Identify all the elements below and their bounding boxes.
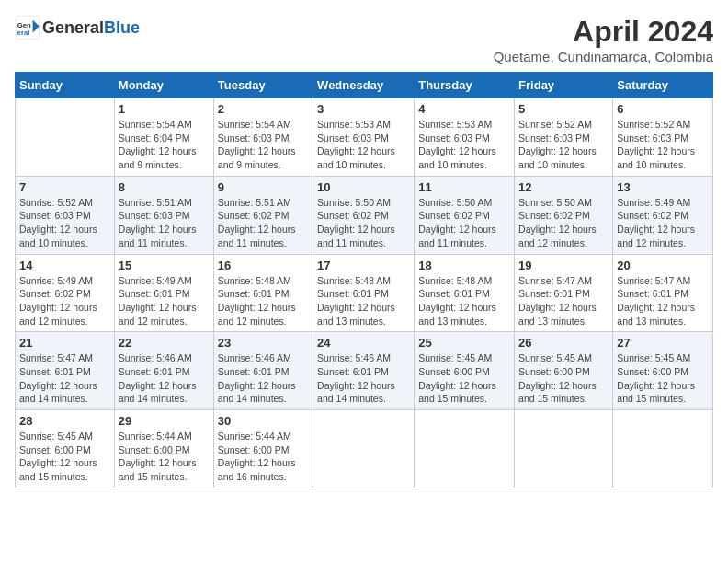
day-info: Sunrise: 5:52 AMSunset: 6:03 PMDaylight:… — [617, 118, 709, 172]
day-number: 19 — [518, 259, 609, 272]
day-cell: 18Sunrise: 5:48 AMSunset: 6:01 PMDayligh… — [415, 254, 515, 332]
header-day-tuesday: Tuesday — [213, 73, 313, 98]
location-title: Quetame, Cundinamarca, Colombia — [494, 49, 713, 64]
header-day-monday: Monday — [114, 73, 213, 98]
day-info: Sunrise: 5:53 AMSunset: 6:03 PMDaylight:… — [418, 118, 510, 172]
day-number: 30 — [218, 414, 309, 428]
day-cell: 17Sunrise: 5:48 AMSunset: 6:01 PMDayligh… — [313, 254, 415, 332]
day-info: Sunrise: 5:48 AMSunset: 6:01 PMDaylight:… — [418, 274, 510, 328]
week-row-2: 7Sunrise: 5:52 AMSunset: 6:03 PMDaylight… — [16, 176, 713, 254]
day-number: 18 — [418, 259, 510, 272]
day-info: Sunrise: 5:47 AMSunset: 6:01 PMDaylight:… — [617, 274, 709, 328]
day-cell: 9Sunrise: 5:51 AMSunset: 6:02 PMDaylight… — [213, 176, 313, 254]
day-info: Sunrise: 5:50 AMSunset: 6:02 PMDaylight:… — [418, 196, 510, 250]
day-number: 11 — [418, 180, 510, 194]
logo-text-blue: Blue — [104, 18, 140, 37]
day-cell: 16Sunrise: 5:48 AMSunset: 6:01 PMDayligh… — [213, 254, 313, 332]
day-number: 22 — [119, 336, 210, 350]
day-info: Sunrise: 5:44 AMSunset: 6:00 PMDaylight:… — [119, 430, 210, 484]
day-info: Sunrise: 5:53 AMSunset: 6:03 PMDaylight:… — [317, 118, 410, 172]
day-cell: 29Sunrise: 5:44 AMSunset: 6:00 PMDayligh… — [114, 410, 213, 488]
day-cell: 6Sunrise: 5:52 AMSunset: 6:03 PMDaylight… — [613, 98, 713, 177]
day-number: 17 — [317, 259, 410, 272]
day-info: Sunrise: 5:52 AMSunset: 6:03 PMDaylight:… — [518, 118, 609, 172]
day-number: 24 — [317, 336, 410, 350]
svg-text:eral: eral — [17, 29, 30, 37]
day-number: 13 — [617, 180, 709, 194]
day-info: Sunrise: 5:51 AMSunset: 6:03 PMDaylight:… — [119, 196, 210, 250]
day-cell: 30Sunrise: 5:44 AMSunset: 6:00 PMDayligh… — [213, 410, 313, 488]
day-number: 23 — [218, 336, 309, 350]
header: Gen eral GeneralBlue April 2024 Quetame,… — [15, 15, 713, 64]
header-day-thursday: Thursday — [415, 73, 515, 98]
week-row-3: 14Sunrise: 5:49 AMSunset: 6:02 PMDayligh… — [16, 254, 713, 332]
day-cell — [16, 98, 115, 177]
day-cell — [313, 410, 415, 488]
logo: Gen eral GeneralBlue — [15, 15, 140, 40]
header-day-saturday: Saturday — [613, 73, 713, 98]
day-number: 1 — [119, 102, 210, 116]
day-cell: 7Sunrise: 5:52 AMSunset: 6:03 PMDaylight… — [16, 176, 115, 254]
day-cell: 20Sunrise: 5:47 AMSunset: 6:01 PMDayligh… — [613, 254, 713, 332]
day-cell: 19Sunrise: 5:47 AMSunset: 6:01 PMDayligh… — [515, 254, 613, 332]
day-cell: 13Sunrise: 5:49 AMSunset: 6:02 PMDayligh… — [613, 176, 713, 254]
calendar-header-row: SundayMondayTuesdayWednesdayThursdayFrid… — [16, 73, 713, 98]
day-cell: 1Sunrise: 5:54 AMSunset: 6:04 PMDaylight… — [114, 98, 213, 177]
day-number: 26 — [518, 336, 609, 350]
day-number: 28 — [19, 414, 110, 428]
day-cell: 4Sunrise: 5:53 AMSunset: 6:03 PMDaylight… — [415, 98, 515, 177]
day-number: 9 — [218, 180, 309, 194]
day-number: 5 — [518, 102, 609, 116]
day-cell: 27Sunrise: 5:45 AMSunset: 6:00 PMDayligh… — [613, 332, 713, 410]
day-cell: 8Sunrise: 5:51 AMSunset: 6:03 PMDaylight… — [114, 176, 213, 254]
day-cell — [613, 410, 713, 488]
day-number: 6 — [617, 102, 709, 116]
day-cell: 21Sunrise: 5:47 AMSunset: 6:01 PMDayligh… — [16, 332, 115, 410]
day-cell: 22Sunrise: 5:46 AMSunset: 6:01 PMDayligh… — [114, 332, 213, 410]
day-cell: 26Sunrise: 5:45 AMSunset: 6:00 PMDayligh… — [515, 332, 613, 410]
day-number: 15 — [119, 259, 210, 272]
day-info: Sunrise: 5:49 AMSunset: 6:01 PMDaylight:… — [119, 274, 210, 328]
day-info: Sunrise: 5:51 AMSunset: 6:02 PMDaylight:… — [218, 196, 309, 250]
logo-text-general: General — [42, 18, 104, 37]
day-cell: 23Sunrise: 5:46 AMSunset: 6:01 PMDayligh… — [213, 332, 313, 410]
title-area: April 2024 Quetame, Cundinamarca, Colomb… — [494, 15, 713, 64]
day-number: 2 — [218, 102, 309, 116]
week-row-5: 28Sunrise: 5:45 AMSunset: 6:00 PMDayligh… — [16, 410, 713, 488]
day-info: Sunrise: 5:54 AMSunset: 6:03 PMDaylight:… — [218, 118, 309, 172]
header-day-friday: Friday — [515, 73, 613, 98]
day-number: 14 — [19, 259, 110, 272]
day-info: Sunrise: 5:46 AMSunset: 6:01 PMDaylight:… — [317, 351, 410, 406]
calendar-body: 1Sunrise: 5:54 AMSunset: 6:04 PMDaylight… — [16, 98, 713, 488]
header-day-sunday: Sunday — [16, 73, 115, 98]
day-number: 16 — [218, 259, 309, 272]
day-number: 21 — [19, 336, 110, 350]
day-cell: 3Sunrise: 5:53 AMSunset: 6:03 PMDaylight… — [313, 98, 415, 177]
day-cell: 14Sunrise: 5:49 AMSunset: 6:02 PMDayligh… — [16, 254, 115, 332]
day-number: 7 — [19, 180, 110, 194]
day-info: Sunrise: 5:45 AMSunset: 6:00 PMDaylight:… — [19, 430, 110, 484]
day-info: Sunrise: 5:44 AMSunset: 6:00 PMDaylight:… — [218, 430, 309, 484]
day-info: Sunrise: 5:50 AMSunset: 6:02 PMDaylight:… — [518, 196, 609, 250]
day-info: Sunrise: 5:52 AMSunset: 6:03 PMDaylight:… — [19, 196, 110, 250]
day-cell: 10Sunrise: 5:50 AMSunset: 6:02 PMDayligh… — [313, 176, 415, 254]
svg-text:Gen: Gen — [17, 21, 31, 29]
day-number: 20 — [617, 259, 709, 272]
logo-icon: Gen eral — [15, 15, 40, 40]
day-cell: 15Sunrise: 5:49 AMSunset: 6:01 PMDayligh… — [114, 254, 213, 332]
day-number: 8 — [119, 180, 210, 194]
calendar-table: SundayMondayTuesdayWednesdayThursdayFrid… — [15, 72, 713, 488]
week-row-1: 1Sunrise: 5:54 AMSunset: 6:04 PMDaylight… — [16, 98, 713, 177]
day-info: Sunrise: 5:49 AMSunset: 6:02 PMDaylight:… — [19, 274, 110, 328]
day-info: Sunrise: 5:50 AMSunset: 6:02 PMDaylight:… — [317, 196, 410, 250]
day-info: Sunrise: 5:45 AMSunset: 6:00 PMDaylight:… — [418, 351, 510, 406]
day-cell — [515, 410, 613, 488]
day-info: Sunrise: 5:46 AMSunset: 6:01 PMDaylight:… — [218, 351, 309, 406]
day-info: Sunrise: 5:49 AMSunset: 6:02 PMDaylight:… — [617, 196, 709, 250]
day-number: 3 — [317, 102, 410, 116]
day-cell — [415, 410, 515, 488]
day-info: Sunrise: 5:54 AMSunset: 6:04 PMDaylight:… — [119, 118, 210, 172]
day-number: 25 — [418, 336, 510, 350]
header-day-wednesday: Wednesday — [313, 73, 415, 98]
day-info: Sunrise: 5:45 AMSunset: 6:00 PMDaylight:… — [617, 351, 709, 406]
